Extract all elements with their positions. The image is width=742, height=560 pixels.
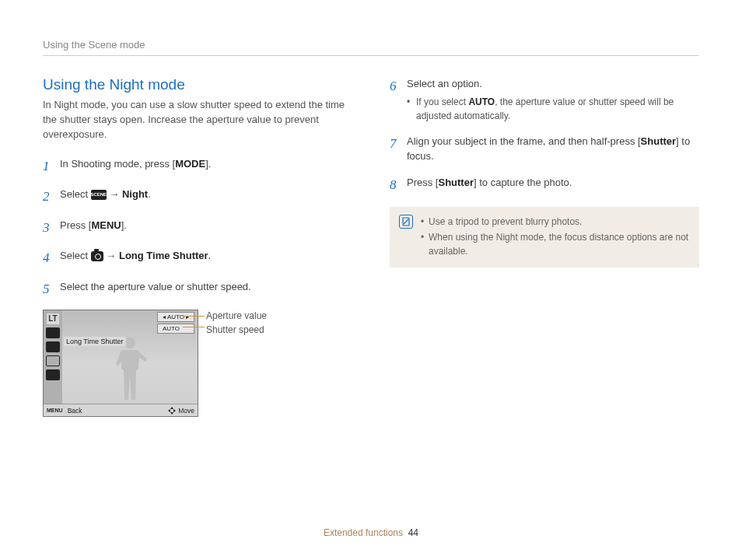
step-pre: Press [ xyxy=(407,177,438,188)
camera-icon xyxy=(91,251,103,261)
right-column: 6 Select an option. If you select AUTO, … xyxy=(390,76,699,425)
footer-section: Extended functions xyxy=(324,527,403,538)
step-text: Press [MENU]. xyxy=(60,218,352,238)
step-pre: Align your subject in the frame, and the… xyxy=(407,135,641,147)
shutter-key: Shutter xyxy=(438,177,474,188)
lt-badge: LT xyxy=(47,313,58,324)
move-label: Move xyxy=(178,407,194,415)
step-text: Press [Shutter] to capture the photo. xyxy=(407,175,699,195)
step-main: Select an option. xyxy=(407,78,482,89)
lcd-icon xyxy=(46,355,60,366)
step-text: Select an option. If you select AUTO, th… xyxy=(407,76,699,123)
back-label: Back xyxy=(68,407,82,415)
step-suffix: . xyxy=(148,188,151,200)
aperture-auto: AUTO xyxy=(167,313,184,321)
content-columns: Using the Night mode In Night mode, you … xyxy=(43,76,699,425)
step-text: Select the aperture value or shutter spe… xyxy=(60,279,352,299)
step-1: 1 In Shooting mode, press [MODE]. xyxy=(43,156,352,177)
step-number: 5 xyxy=(43,279,52,299)
callout-line xyxy=(183,327,205,327)
mode-key: MODE xyxy=(175,158,205,170)
step-number: 2 xyxy=(43,187,52,207)
long-time-shutter-label: Long Time Shutter xyxy=(119,250,208,261)
bullet-pre: If you select xyxy=(416,96,468,107)
menu-key-small: MENU xyxy=(47,408,63,413)
intro-paragraph: In Night mode, you can use a slow shutte… xyxy=(43,98,352,142)
step-5: 5 Select the aperture value or shutter s… xyxy=(43,279,352,299)
aperture-pill: ◂AUTO▸ xyxy=(157,312,194,322)
step-sub-bullet: If you select AUTO, the aperture value o… xyxy=(407,95,699,123)
lcd-sidebar: LT xyxy=(44,310,62,404)
callout-aperture: Aperture value xyxy=(206,310,267,322)
page-footer: Extended functions 44 xyxy=(0,527,742,538)
step-suffix: ]. xyxy=(121,219,127,231)
note-list: Use a tripod to prevent blurry photos. W… xyxy=(421,215,690,260)
step-text: Select SCENE → Night. xyxy=(60,187,352,207)
step-8: 8 Press [Shutter] to capture the photo. xyxy=(390,175,699,195)
step-2: 2 Select SCENE → Night. xyxy=(43,187,352,207)
note-item: When using the Night mode, the focus dis… xyxy=(421,230,690,258)
lcd-icon xyxy=(46,369,60,380)
scene-icon: SCENE xyxy=(91,190,107,200)
note-item: Use a tripod to prevent blurry photos. xyxy=(421,215,690,229)
note-icon xyxy=(399,215,413,229)
shutter-key: Shutter xyxy=(641,135,677,147)
lcd-main: ◂AUTO▸ AUTO Long Time Shutter xyxy=(62,310,198,404)
step-number: 8 xyxy=(390,175,399,195)
arrow: → xyxy=(103,250,119,261)
step-suffix: ]. xyxy=(205,158,211,170)
callout-line xyxy=(183,316,205,317)
lcd-icon xyxy=(46,341,60,352)
page-number: 44 xyxy=(408,527,418,538)
step-suffix: . xyxy=(208,250,212,261)
step-post: ] to capture the photo. xyxy=(474,177,572,188)
step-prefix: Select xyxy=(60,250,91,261)
step-number: 4 xyxy=(43,248,52,268)
step-number: 7 xyxy=(390,134,399,164)
page-title: Using the Night mode xyxy=(43,76,352,93)
lcd-icon xyxy=(46,327,60,338)
dpad-icon xyxy=(168,407,176,415)
arrow: → xyxy=(107,188,122,200)
step-3: 3 Press [MENU]. xyxy=(43,218,352,238)
auto-key: AUTO xyxy=(468,96,495,107)
lcd-wrap: LT ◂AUTO▸ AUTO xyxy=(43,310,352,417)
shutter-auto: AUTO xyxy=(163,324,180,333)
lcd-footer: MENU Back Move xyxy=(44,404,198,416)
section-header: Using the Scene mode xyxy=(43,39,699,56)
step-7: 7 Align your subject in the frame, and t… xyxy=(390,134,699,164)
step-6: 6 Select an option. If you select AUTO, … xyxy=(390,76,699,123)
step-prefix: Press [ xyxy=(60,219,91,231)
note-box: Use a tripod to prevent blurry photos. W… xyxy=(390,207,699,268)
lcd-mode-label: Long Time Shutter xyxy=(64,337,126,346)
step-text: Select → Long Time Shutter. xyxy=(60,248,352,268)
callout-shutter: Shutter speed xyxy=(206,324,267,336)
left-column: Using the Night mode In Night mode, you … xyxy=(43,76,352,425)
step-text: Align your subject in the frame, and the… xyxy=(407,134,699,164)
step-number: 1 xyxy=(43,156,52,177)
callouts: Aperture value Shutter speed xyxy=(206,310,267,338)
step-number: 3 xyxy=(43,218,52,238)
step-text: In Shooting mode, press [MODE]. xyxy=(60,156,352,177)
step-prefix: Select xyxy=(60,188,91,200)
lcd-body: LT ◂AUTO▸ AUTO xyxy=(44,310,198,404)
step-4: 4 Select → Long Time Shutter. xyxy=(43,248,352,268)
step-prefix: In Shooting mode, press [ xyxy=(60,158,175,170)
step-number: 6 xyxy=(390,76,399,123)
move-group: Move xyxy=(168,407,194,415)
night-label: Night xyxy=(122,188,148,200)
menu-key: MENU xyxy=(91,219,121,231)
shutter-pill: AUTO xyxy=(157,324,194,334)
camera-lcd-screenshot: LT ◂AUTO▸ AUTO xyxy=(43,310,198,417)
